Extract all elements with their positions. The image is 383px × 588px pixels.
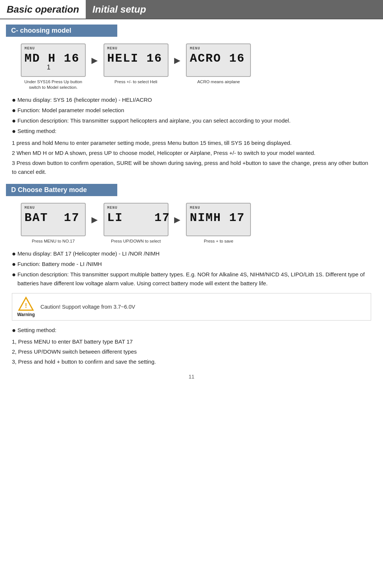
section-c-title: C- choosing model	[6, 25, 117, 37]
arrow-c-2: ►	[168, 55, 186, 66]
display-caption-c2: Press +/- to select Heli	[115, 79, 157, 85]
section-d-title: D Choose Battery mode	[6, 184, 117, 196]
display-caption-c3: ACRO means airplane	[197, 79, 240, 85]
display-content-d3: NIMH 17	[190, 211, 247, 224]
display-d-2: MENU LI 17 Press UP/DOWN to select	[104, 203, 168, 244]
bullet-c-3: ● Function description: This transmitter…	[12, 116, 371, 126]
menu-label-d3: MENU	[190, 206, 247, 210]
arrow-d-1: ►	[86, 214, 104, 226]
para-c-step3: 3 Press down button to confirm operation…	[12, 159, 371, 176]
para-d-step2: 2, Press UP/DOWN switch between differen…	[12, 347, 371, 356]
warning-icon-block: ! Warning	[17, 296, 35, 317]
warning-caution-text: Caution! Support voltage from 3.7~6.0V	[40, 304, 135, 310]
display-content-d1: BAT 17	[24, 211, 82, 224]
bullet-c-1: ● Menu display: SYS 16 (helicopter mode)…	[12, 95, 371, 105]
page-number: 11	[0, 374, 383, 380]
menu-label-c1: MENU	[24, 46, 82, 51]
para-d-step1: 1, Press MENU to enter BAT battery type …	[12, 337, 371, 346]
display-d-1: MENU BAT 17 Press MENU to NO.17	[21, 203, 86, 244]
bullet-d-1: ● Menu display: BAT 17 (Helicopter mode)…	[12, 249, 371, 259]
display-caption-d3: Press + to save	[204, 238, 233, 244]
para-d-step3: 3, Press and hold + button to confirm an…	[12, 357, 371, 366]
section-d-bullets: ● Menu display: BAT 17 (Helicopter mode)…	[12, 249, 371, 288]
menu-label-d1: MENU	[24, 206, 82, 210]
arrow-d-2: ►	[168, 214, 186, 226]
display-content-c1b: 1	[24, 64, 82, 71]
menu-label-d2: MENU	[107, 206, 165, 210]
svg-text:!: !	[25, 302, 27, 309]
warning-label-text: Warning	[17, 312, 35, 317]
header-basic-label: Basic operation	[0, 0, 86, 19]
display-c-1: MENU MD H 16 1 Under SYS16 Press Up butt…	[21, 43, 86, 90]
display-caption-c1: Under SYS16 Press Up button switch to Mo…	[21, 79, 86, 90]
bullet-c-2: ● Function: Model parameter model select…	[12, 106, 371, 115]
menu-label-c3: MENU	[190, 46, 247, 51]
bullet-d-setting: ● Setting method:	[12, 326, 371, 335]
section-c-displays: MENU MD H 16 1 Under SYS16 Press Up butt…	[21, 43, 377, 90]
display-content-c2: HELI 16	[107, 52, 165, 65]
display-content-c1: MD H 16	[24, 52, 82, 65]
para-c-step2: 2 When MD H or MD A shown, press UP to c…	[12, 149, 371, 157]
section-d: D Choose Battery mode MENU BAT 17 Press …	[6, 184, 377, 367]
warning-box: ! Warning Caution! Support voltage from …	[12, 293, 371, 321]
menu-label-c2: MENU	[107, 46, 165, 51]
display-content-d2: LI 17	[107, 211, 165, 224]
display-d-3: MENU NIMH 17 Press + to save	[186, 203, 251, 244]
display-caption-d2: Press UP/DOWN to select	[111, 238, 161, 244]
warning-triangle-icon: !	[18, 296, 34, 311]
display-c-2: MENU HELI 16 Press +/- to select Heli	[104, 43, 168, 85]
para-c-step1: 1 press and hold Menu to enter parameter…	[12, 139, 371, 147]
arrow-c-1: ►	[86, 55, 104, 66]
display-c-3: MENU ACRO 16 ACRO means airplane	[186, 43, 251, 85]
display-content-c3: ACRO 16	[190, 52, 247, 65]
bullet-c-setting: ● Setting method:	[12, 127, 371, 136]
page-header: Basic operation Initial setup	[0, 0, 383, 19]
section-c-bullets: ● Menu display: SYS 16 (helicopter mode)…	[12, 95, 371, 136]
section-d-setting: ● Setting method:	[12, 326, 371, 335]
bullet-d-3: ● Function description: This transmitter…	[12, 270, 371, 288]
display-caption-d1: Press MENU to NO.17	[32, 238, 75, 244]
bullet-d-2: ● Function: Battery mode - LI /NIMH	[12, 260, 371, 269]
section-c: C- choosing model MENU MD H 16 1 Under S…	[6, 25, 377, 176]
header-initial-label: Initial setup	[86, 0, 383, 19]
section-d-displays: MENU BAT 17 Press MENU to NO.17 ► MENU L…	[21, 203, 377, 244]
